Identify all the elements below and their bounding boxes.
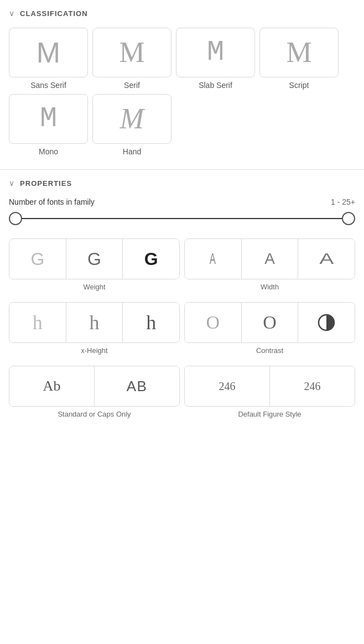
font-letter-serif: M — [119, 38, 144, 67]
weight-group: G G G Weight — [9, 238, 180, 291]
font-label-sans-serif: Sans Serif — [30, 81, 66, 90]
font-count-slider[interactable] — [9, 212, 355, 225]
classification-section: ∨ CLASSIFICATION M Sans Serif M Serif M … — [0, 0, 364, 169]
classification-title: CLASSIFICATION — [20, 9, 88, 18]
width-box: A A A — [184, 238, 355, 279]
caps-standard-icon: Ab — [43, 378, 61, 394]
font-letter-sans-serif: M — [37, 38, 60, 67]
figure-group: 246 246 Default Figure Style — [184, 366, 355, 418]
caps-group: Ab AB Standard or Caps Only — [9, 366, 180, 418]
font-letter-mono: M — [40, 105, 57, 133]
weight-regular-icon: G — [87, 249, 101, 269]
properties-title: PROPERTIES — [20, 179, 72, 188]
figure-icon-2: 246 — [304, 380, 321, 393]
slider-label: Number of fonts in family — [9, 198, 95, 206]
xheight-mid-cell[interactable]: h — [66, 303, 123, 342]
classification-chevron-icon: ∨ — [9, 9, 14, 18]
font-label-hand: Hand — [123, 147, 141, 156]
properties-section: ∨ PROPERTIES Number of fonts in family 1… — [0, 170, 364, 443]
caps-label: Standard or Caps Only — [58, 410, 131, 418]
font-letter-hand: M — [120, 105, 144, 133]
font-card-sans-serif[interactable]: M — [9, 28, 88, 77]
width-label: Width — [261, 283, 279, 291]
xheight-group: h h h x-Height — [9, 302, 180, 355]
slider-thumb-left[interactable] — [9, 212, 22, 225]
figure-icon-1: 246 — [219, 380, 236, 393]
width-wide-cell[interactable]: A — [298, 239, 355, 279]
contrast-mid-cell[interactable]: O — [242, 303, 299, 342]
xheight-label: x-Height — [81, 346, 107, 355]
font-type-slab-serif: M Slab Serif — [176, 28, 255, 90]
width-regular-cell[interactable]: A — [242, 239, 299, 279]
caps-figure-row: Ab AB Standard or Caps Only 246 246 Defa… — [9, 366, 355, 418]
weight-label: Weight — [83, 283, 105, 291]
classification-header[interactable]: ∨ CLASSIFICATION — [9, 9, 355, 18]
slider-section: Number of fonts in family 1 - 25+ — [9, 198, 355, 225]
weight-bold-cell[interactable]: G — [123, 239, 179, 279]
xheight-high-cell[interactable]: h — [123, 303, 179, 342]
font-label-mono: Mono — [39, 147, 58, 156]
weight-bold-icon: G — [144, 249, 158, 269]
caps-all-cell[interactable]: AB — [95, 366, 179, 406]
font-card-script[interactable]: M — [259, 28, 339, 77]
weight-light-cell[interactable]: G — [9, 239, 66, 279]
caps-all-icon: AB — [127, 378, 147, 395]
font-card-mono[interactable]: M — [9, 94, 88, 144]
properties-chevron-icon: ∨ — [9, 179, 14, 188]
contrast-label: Contrast — [256, 346, 283, 355]
font-card-serif[interactable]: M — [92, 28, 171, 77]
contrast-high-icon — [317, 312, 336, 333]
slider-thumb-right[interactable] — [342, 212, 355, 225]
weight-regular-cell[interactable]: G — [66, 239, 123, 279]
font-type-hand: M Hand — [92, 94, 171, 156]
classification-grid: M Sans Serif M Serif M Slab Serif M Scri… — [9, 28, 355, 156]
width-narrow-icon: A — [210, 250, 216, 268]
contrast-high-cell[interactable] — [298, 303, 355, 342]
figure-cell-1[interactable]: 246 — [185, 366, 270, 406]
font-label-slab-serif: Slab Serif — [199, 81, 232, 90]
font-letter-script: M — [286, 38, 311, 67]
width-regular-icon: A — [264, 250, 275, 268]
font-type-script: M Script — [259, 28, 339, 90]
contrast-group: O O Contrast — [184, 302, 355, 355]
font-card-hand[interactable]: M — [92, 94, 171, 144]
figure-label: Default Figure Style — [238, 410, 301, 418]
weight-width-row: G G G Weight A A A — [9, 238, 355, 291]
xheight-box: h h h — [9, 302, 180, 343]
xheight-contrast-row: h h h x-Height O O — [9, 302, 355, 355]
contrast-box: O O — [184, 302, 355, 343]
font-letter-slab-serif: M — [207, 38, 224, 67]
weight-box: G G G — [9, 238, 180, 279]
xheight-high-icon: h — [146, 311, 156, 334]
font-type-mono: M Mono — [9, 94, 88, 156]
slider-label-row: Number of fonts in family 1 - 25+ — [9, 198, 355, 206]
contrast-low-cell[interactable]: O — [185, 303, 242, 342]
width-wide-icon: A — [319, 250, 334, 268]
properties-header[interactable]: ∨ PROPERTIES — [9, 179, 355, 188]
figure-box: 246 246 — [184, 366, 355, 407]
xheight-low-icon: h — [33, 311, 43, 334]
font-type-serif: M Serif — [92, 28, 171, 90]
width-group: A A A Width — [184, 238, 355, 291]
slider-line — [15, 218, 349, 219]
caps-box: Ab AB — [9, 366, 180, 407]
font-card-slab-serif[interactable]: M — [176, 28, 255, 77]
caps-standard-cell[interactable]: Ab — [9, 366, 95, 406]
contrast-low-icon: O — [206, 312, 220, 333]
contrast-mid-icon: O — [263, 312, 277, 333]
slider-range: 1 - 25+ — [331, 198, 355, 206]
width-narrow-cell[interactable]: A — [185, 239, 242, 279]
font-label-script: Script — [289, 81, 309, 90]
figure-cell-2[interactable]: 246 — [270, 366, 355, 406]
xheight-low-cell[interactable]: h — [9, 303, 66, 342]
weight-light-icon: G — [30, 249, 44, 269]
font-label-serif: Serif — [124, 81, 140, 90]
font-type-sans-serif: M Sans Serif — [9, 28, 88, 90]
xheight-mid-icon: h — [90, 311, 100, 334]
